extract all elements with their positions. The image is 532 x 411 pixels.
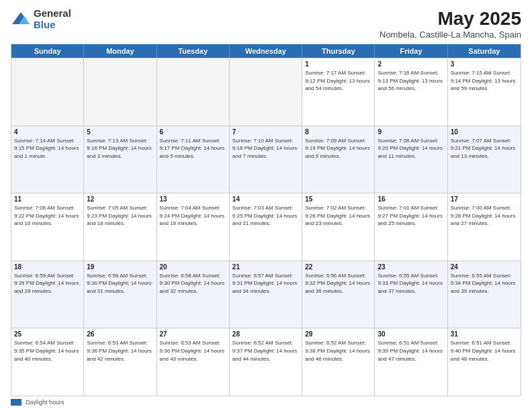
day-info: Sunrise: 6:53 AM Sunset: 9:36 PM Dayligh… [87,339,153,363]
day-number: 18 [14,263,81,271]
day-number: 25 [14,330,81,338]
day-number: 12 [87,195,153,203]
day-number: 5 [87,128,153,136]
cal-cell: 31Sunrise: 6:51 AM Sunset: 9:40 PM Dayli… [448,328,521,396]
cal-cell: 8Sunrise: 7:09 AM Sunset: 9:19 PM Daylig… [302,126,375,193]
day-number: 27 [160,330,226,338]
day-number: 13 [160,195,226,203]
cal-cell: 28Sunrise: 6:52 AM Sunset: 9:37 PM Dayli… [230,328,302,396]
cal-cell: 3Sunrise: 7:15 AM Sunset: 9:14 PM Daylig… [448,58,521,126]
day-info: Sunrise: 7:02 AM Sunset: 9:26 PM Dayligh… [305,204,371,228]
footer-label: Daylight hours [26,399,64,406]
day-info: Sunrise: 6:52 AM Sunset: 9:38 PM Dayligh… [305,339,371,363]
day-info: Sunrise: 6:51 AM Sunset: 9:39 PM Dayligh… [378,339,444,363]
day-number: 15 [305,195,371,203]
day-number: 16 [378,195,444,203]
cal-cell [157,58,230,126]
cal-week-row: 18Sunrise: 6:59 AM Sunset: 9:29 PM Dayli… [11,261,521,328]
day-number: 10 [451,128,518,136]
day-number: 3 [451,60,518,68]
cal-cell: 25Sunrise: 6:54 AM Sunset: 9:35 PM Dayli… [11,328,84,396]
cal-cell: 26Sunrise: 6:53 AM Sunset: 9:36 PM Dayli… [84,328,157,396]
day-info: Sunrise: 7:00 AM Sunset: 9:28 PM Dayligh… [451,204,518,228]
calendar-body: 1Sunrise: 7:17 AM Sunset: 9:12 PM Daylig… [11,58,521,396]
cal-header-day: Thursday [302,44,375,58]
cal-week-row: 25Sunrise: 6:54 AM Sunset: 9:35 PM Dayli… [11,328,521,396]
daylight-swatch [11,399,21,406]
cal-cell: 29Sunrise: 6:52 AM Sunset: 9:38 PM Dayli… [302,328,375,396]
day-number: 30 [378,330,444,338]
day-info: Sunrise: 6:53 AM Sunset: 9:36 PM Dayligh… [160,339,226,363]
day-info: Sunrise: 7:06 AM Sunset: 9:22 PM Dayligh… [14,204,81,228]
page: General Blue May 2025 Nombela, Castille-… [0,0,532,411]
cal-cell [84,58,157,126]
footer: Daylight hours [11,399,521,406]
day-info: Sunrise: 6:58 AM Sunset: 9:30 PM Dayligh… [87,272,153,295]
cal-cell: 4Sunrise: 7:14 AM Sunset: 9:15 PM Daylig… [11,126,84,193]
day-info: Sunrise: 6:58 AM Sunset: 9:30 PM Dayligh… [160,272,226,295]
day-number: 24 [451,263,518,271]
day-info: Sunrise: 7:01 AM Sunset: 9:27 PM Dayligh… [378,204,444,228]
cal-header-day: Friday [375,44,447,58]
day-info: Sunrise: 6:57 AM Sunset: 9:31 PM Dayligh… [232,272,299,295]
cal-week-row: 4Sunrise: 7:14 AM Sunset: 9:15 PM Daylig… [11,126,521,193]
day-number: 9 [378,128,444,136]
cal-cell: 13Sunrise: 7:04 AM Sunset: 9:24 PM Dayli… [157,193,230,261]
cal-cell: 21Sunrise: 6:57 AM Sunset: 9:31 PM Dayli… [230,261,302,328]
logo-general: General [34,8,71,19]
day-info: Sunrise: 6:59 AM Sunset: 9:29 PM Dayligh… [14,272,81,295]
cal-header-day: Tuesday [157,44,230,58]
day-number: 4 [14,128,81,136]
cal-cell [230,58,302,126]
day-number: 23 [378,263,444,271]
day-info: Sunrise: 7:09 AM Sunset: 9:19 PM Dayligh… [305,137,371,161]
day-info: Sunrise: 6:55 AM Sunset: 9:33 PM Dayligh… [378,272,444,295]
day-info: Sunrise: 7:05 AM Sunset: 9:23 PM Dayligh… [87,204,153,228]
day-number: 1 [305,60,371,68]
logo: General Blue [11,8,71,30]
cal-cell: 27Sunrise: 6:53 AM Sunset: 9:36 PM Dayli… [157,328,230,396]
cal-cell: 15Sunrise: 7:02 AM Sunset: 9:26 PM Dayli… [302,193,375,261]
day-info: Sunrise: 6:51 AM Sunset: 9:40 PM Dayligh… [451,339,518,363]
calendar: SundayMondayTuesdayWednesdayThursdayFrid… [11,44,521,396]
day-info: Sunrise: 7:16 AM Sunset: 9:13 PM Dayligh… [378,69,444,93]
day-info: Sunrise: 7:13 AM Sunset: 9:16 PM Dayligh… [87,137,153,161]
cal-cell: 9Sunrise: 7:08 AM Sunset: 9:20 PM Daylig… [375,126,447,193]
day-number: 17 [451,195,518,203]
day-number: 14 [232,195,299,203]
cal-cell: 22Sunrise: 6:56 AM Sunset: 9:32 PM Dayli… [302,261,375,328]
cal-cell: 23Sunrise: 6:55 AM Sunset: 9:33 PM Dayli… [375,261,447,328]
cal-cell: 17Sunrise: 7:00 AM Sunset: 9:28 PM Dayli… [448,193,521,261]
day-info: Sunrise: 7:04 AM Sunset: 9:24 PM Dayligh… [160,204,226,228]
cal-cell: 2Sunrise: 7:16 AM Sunset: 9:13 PM Daylig… [375,58,447,126]
day-number: 19 [87,263,153,271]
day-number: 26 [87,330,153,338]
cal-header-day: Sunday [11,44,84,58]
day-info: Sunrise: 7:17 AM Sunset: 9:12 PM Dayligh… [305,69,371,93]
day-number: 28 [232,330,299,338]
day-number: 11 [14,195,81,203]
cal-cell: 7Sunrise: 7:10 AM Sunset: 9:18 PM Daylig… [230,126,302,193]
day-number: 7 [232,128,299,136]
title-block: May 2025 Nombela, Castille-La Mancha, Sp… [380,8,521,40]
day-number: 21 [232,263,299,271]
main-title: May 2025 [380,8,521,30]
cal-header-day: Wednesday [230,44,302,58]
day-number: 6 [160,128,226,136]
cal-cell: 24Sunrise: 6:55 AM Sunset: 9:34 PM Dayli… [448,261,521,328]
day-info: Sunrise: 7:11 AM Sunset: 9:17 PM Dayligh… [160,137,226,161]
calendar-header: SundayMondayTuesdayWednesdayThursdayFrid… [11,44,521,58]
cal-cell: 20Sunrise: 6:58 AM Sunset: 9:30 PM Dayli… [157,261,230,328]
cal-cell: 1Sunrise: 7:17 AM Sunset: 9:12 PM Daylig… [302,58,375,126]
cal-cell: 19Sunrise: 6:58 AM Sunset: 9:30 PM Dayli… [84,261,157,328]
day-number: 2 [378,60,444,68]
day-number: 8 [305,128,371,136]
cal-cell: 12Sunrise: 7:05 AM Sunset: 9:23 PM Dayli… [84,193,157,261]
day-info: Sunrise: 6:52 AM Sunset: 9:37 PM Dayligh… [232,339,299,363]
day-number: 22 [305,263,371,271]
cal-cell: 18Sunrise: 6:59 AM Sunset: 9:29 PM Dayli… [11,261,84,328]
day-info: Sunrise: 7:08 AM Sunset: 9:20 PM Dayligh… [378,137,444,161]
cal-header-day: Monday [84,44,157,58]
day-number: 20 [160,263,226,271]
day-info: Sunrise: 7:15 AM Sunset: 9:14 PM Dayligh… [451,69,518,93]
